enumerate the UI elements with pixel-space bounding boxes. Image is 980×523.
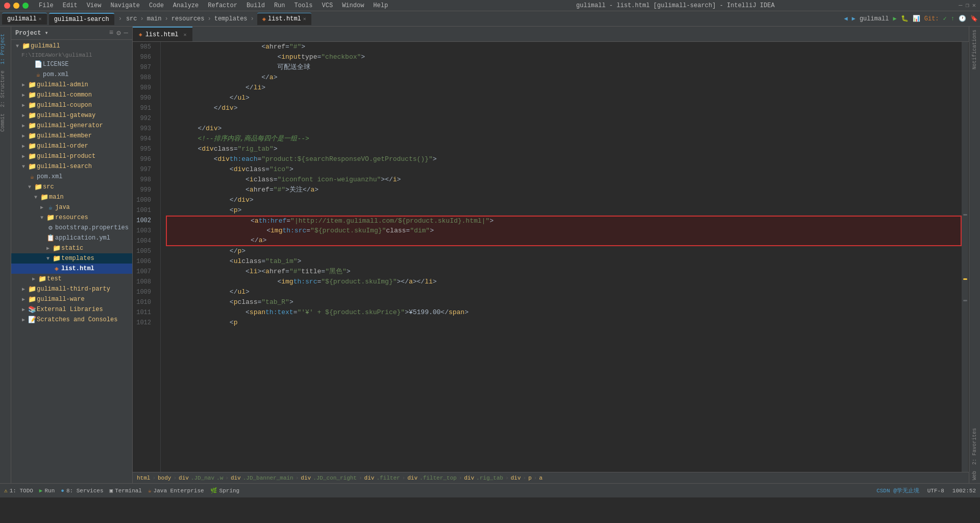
menu-window[interactable]: Window [338, 1, 368, 10]
code-line-1009[interactable]: </ul> [166, 287, 962, 297]
tree-item-pom[interactable]: ☕ pom.xml [11, 69, 132, 80]
debug-icon[interactable]: 🐛 [901, 15, 909, 22]
code-line-1008[interactable]: <img th:src="${product.skuImg}"></a></li… [166, 277, 962, 287]
code-line-987[interactable]: 可配送全球 [166, 62, 962, 73]
services-status[interactable]: ● 8: Services [61, 488, 103, 494]
java-enterprise-status[interactable]: ☕ Java Enterprise [148, 487, 204, 494]
tree-item-ware[interactable]: ▶ 📁 gulimall-ware [11, 294, 132, 304]
tree-item-coupon[interactable]: ▶ 📁 gulimall-coupon [11, 100, 132, 110]
code-line-994[interactable]: <!--排序内容,商品每四个是一组--> [166, 134, 962, 144]
code-line-985[interactable]: <a href="#"> [166, 42, 962, 52]
tree-item-ext-lib[interactable]: ▶ 📚 External Libraries [11, 304, 132, 315]
spring-status[interactable]: 🌿 Spring [210, 487, 240, 494]
menu-refactor[interactable]: Refactor [204, 1, 241, 10]
tree-item-admin[interactable]: ▶ 📁 gulimall-admin [11, 80, 132, 90]
code-line-988[interactable]: </a> [166, 73, 962, 83]
git-icon[interactable]: Git: [924, 15, 939, 22]
code-line-986[interactable]: <input type="checkbox"> [166, 52, 962, 62]
tree-item-src[interactable]: ▼ 📁 src [11, 182, 132, 192]
web-tab[interactable]: Web [972, 468, 977, 483]
tree-item-application[interactable]: 📋 application.yml [11, 233, 132, 243]
code-line-993[interactable]: </div> [166, 124, 962, 134]
code-line-999[interactable]: <a href="#">关注</a> [166, 185, 962, 195]
tree-item-templates[interactable]: ▼ 📁 templates [11, 253, 132, 264]
history-icon[interactable]: 🕐 [959, 15, 966, 22]
menu-navigate[interactable]: Navigate [106, 1, 144, 10]
nav-forward-icon[interactable]: ▶ [852, 15, 855, 22]
tree-item-scratches[interactable]: ▶ 📝 Scratches and Consoles [11, 315, 132, 325]
tab-close-icon[interactable]: ✕ [39, 16, 42, 22]
todo-status[interactable]: ⚠ 1: TODO [4, 487, 33, 494]
run-status[interactable]: ▶ Run [39, 487, 55, 494]
close-window-icon[interactable]: ✕ [972, 2, 976, 9]
minimize-button[interactable] [13, 3, 19, 9]
code-line-989[interactable]: </li> [166, 83, 962, 93]
close-button[interactable] [4, 3, 10, 9]
menu-tools[interactable]: Tools [290, 1, 317, 10]
tree-item-generator[interactable]: ▶ 📁 gulimall-generator [11, 121, 132, 131]
menu-code[interactable]: Code [145, 1, 168, 10]
menu-edit[interactable]: Edit [59, 1, 82, 10]
code-line-1001[interactable]: <p > [166, 205, 962, 216]
tree-item-java[interactable]: ▶ ☕ java [11, 202, 132, 212]
menu-build[interactable]: Build [242, 1, 269, 10]
code-line-1012[interactable]: <p [166, 318, 962, 328]
code-line-992[interactable] [166, 113, 962, 124]
code-line-1004[interactable]: </a> [166, 236, 962, 246]
code-line-1000[interactable]: </div> [166, 195, 962, 205]
tree-item-gateway[interactable]: ▶ 📁 gulimall-gateway [11, 110, 132, 121]
code-line-1007[interactable]: <li><a href="#" title="黑色"> [166, 267, 962, 277]
sidebar-hide-icon[interactable]: — [124, 29, 128, 37]
tree-item-search[interactable]: ▼ 📁 gulimall-search [11, 161, 132, 172]
profile-icon[interactable]: 📊 [913, 15, 920, 22]
code-line-1005[interactable]: </p> [166, 246, 962, 256]
tab-close-icon2[interactable]: ✕ [303, 16, 306, 22]
tab-listhtml[interactable]: ◈ list.html ✕ [257, 13, 311, 25]
code-line-1006[interactable]: <ul class="tab_im"> [166, 256, 962, 267]
code-line-991[interactable]: </div> [166, 103, 962, 113]
menu-analyze[interactable]: Analyze [169, 1, 203, 10]
structure-tab-vertical[interactable]: 2: Structure [0, 67, 11, 110]
tree-item-search-pom[interactable]: ☕ pom.xml [11, 172, 132, 182]
tree-item-common[interactable]: ▶ 📁 gulimall-common [11, 90, 132, 100]
tree-item-bootstrap[interactable]: ⚙ bootstrap.properties [11, 223, 132, 233]
run-icon[interactable]: ▶ [893, 15, 897, 22]
code-content[interactable]: <a href="#"> <input type="checkbox"> 可配送… [161, 42, 962, 472]
commit-tab-vertical[interactable]: Commit [0, 110, 11, 135]
code-line-998[interactable]: <i class="iconfont icon-weiguanzhu"></i> [166, 175, 962, 185]
tree-item-third-party[interactable]: ▶ 📁 gulimall-third-party [11, 284, 132, 294]
sidebar-collapse-icon[interactable]: ≡ [109, 29, 113, 37]
menu-view[interactable]: View [83, 1, 106, 10]
tab-gulimall-search[interactable]: gulimall-search [49, 13, 114, 25]
tree-item-gulimall[interactable]: ▼ 📁 gulimall [11, 41, 132, 51]
project-tab-vertical[interactable]: 1: Project [0, 31, 11, 67]
terminal-status[interactable]: ▣ Terminal [110, 487, 142, 494]
tree-item-order[interactable]: ▶ 📁 gulimall-order [11, 141, 132, 151]
code-line-1011[interactable]: <span th:text="'¥' + ${product.skuPrice}… [166, 307, 962, 318]
nav-back-icon[interactable]: ◀ [844, 15, 847, 22]
window-controls[interactable] [4, 3, 29, 9]
code-line-1002[interactable]: <a th:href="|http://item.gulimall.com/${… [166, 216, 962, 226]
editor-tab-listhtml[interactable]: ◈ list.html ✕ [133, 27, 192, 41]
tab-gulimall[interactable]: gulimall ✕ [2, 13, 47, 25]
tree-item-main[interactable]: ▼ 📁 main [11, 192, 132, 202]
tree-item-resources[interactable]: ▼ 📁 resources [11, 212, 132, 223]
code-line-996[interactable]: <div th:each="product:${searchResponseVO… [166, 154, 962, 164]
maximize-button[interactable] [22, 3, 29, 9]
code-line-1010[interactable]: <p class="tab_R"> [166, 297, 962, 307]
menu-run[interactable]: Run [270, 1, 289, 10]
menu-vcs[interactable]: VCS [318, 1, 337, 10]
tree-item-test[interactable]: ▶ 📁 test [11, 274, 132, 284]
menu-help[interactable]: Help [369, 1, 392, 10]
tree-item-static[interactable]: ▶ 📁 static [11, 243, 132, 253]
minimize-icon[interactable]: — [959, 2, 962, 9]
notifications-tab[interactable]: Notifications [972, 27, 977, 73]
code-line-997[interactable]: <div class="ico"> [166, 164, 962, 175]
tree-item-license[interactable]: 📄 LICENSE [11, 59, 132, 69]
code-line-990[interactable]: </ul> [166, 93, 962, 103]
tree-item-product[interactable]: ▶ 📁 gulimall-product [11, 151, 132, 161]
restore-icon[interactable]: ❐ [966, 2, 969, 9]
tree-item-listhtml[interactable]: ◈ list.html [11, 264, 132, 274]
code-line-1003[interactable]: <img th:src="${product.skuImg}" class="d… [166, 226, 962, 236]
tree-item-member[interactable]: ▶ 📁 gulimall-member [11, 131, 132, 141]
